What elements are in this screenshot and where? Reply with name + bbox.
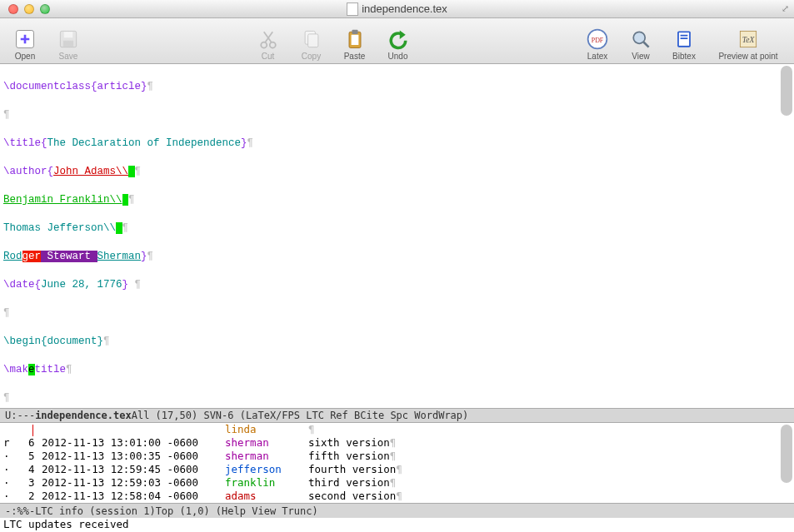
paste-label: Paste <box>344 52 366 61</box>
save-label: Save <box>59 52 78 61</box>
revision-date: 2012-11-13 12:58:04 -0600 <box>42 490 225 503</box>
author-franklin: Benjamin Franklin\\ <box>3 194 122 206</box>
latex-label: Latex <box>587 52 607 61</box>
svg-point-4 <box>261 42 267 48</box>
revision-author: jefferson <box>225 463 308 476</box>
title-text: The Declaration of Independence <box>47 137 242 149</box>
revision-message: third version¶ <box>308 476 791 490</box>
save-button[interactable]: Save <box>52 21 85 61</box>
editor-area[interactable]: \documentclass{article}¶ ¶ \title{The De… <box>0 64 794 408</box>
undo-button[interactable]: Undo <box>382 21 415 61</box>
cut-label: Cut <box>262 52 275 61</box>
revision-row[interactable]: · 42012-11-13 12:59:45 -0600jeffersonfou… <box>3 463 791 476</box>
cut-button[interactable]: Cut <box>252 21 285 61</box>
svg-point-13 <box>633 32 645 43</box>
svg-rect-3 <box>63 41 73 47</box>
modeline-editor: U:--- independence.tex All (17,50) SVN-6… <box>0 408 794 423</box>
scrollbar-vertical[interactable] <box>781 425 792 500</box>
revision-message: fifth version¶ <box>308 450 791 463</box>
echo-message: LTC updates received <box>3 518 129 530</box>
tex-cmd: \title{ <box>3 137 47 149</box>
svg-text:PDF: PDF <box>592 37 604 44</box>
revision-message: sixth version¶ <box>308 436 791 450</box>
revision-author: sherman <box>225 436 308 450</box>
bibtex-label: Bibtex <box>672 52 696 61</box>
tex-cmd: \documentclass{article} <box>3 81 147 92</box>
copy-button[interactable]: Copy <box>295 21 328 61</box>
preview-button[interactable]: TeX Preview at point <box>711 21 786 61</box>
copy-label: Copy <box>302 52 321 61</box>
toolbar: Open Save Cut Copy Paste Undo PDF Latex <box>0 18 794 64</box>
revision-date: 2012-11-13 13:00:35 -0600 <box>42 450 225 463</box>
author-adams: John Adams\\ <box>53 166 128 177</box>
modeline-revisions: -:%%- LTC info (session 1) Top (1,0) (He… <box>0 503 794 518</box>
open-button[interactable]: Open <box>8 21 42 61</box>
revision-date: 2012-11-13 12:59:03 -0600 <box>42 476 225 490</box>
svg-text:TeX: TeX <box>742 35 756 44</box>
revision-message: second version¶ <box>308 490 791 503</box>
revision-author: adams <box>225 490 308 503</box>
revision-row[interactable]: · 22012-11-13 12:58:04 -0600adamssecond … <box>3 490 791 503</box>
titlebar: independence.tex ⤢ <box>0 0 794 18</box>
paste-button[interactable]: Paste <box>338 21 372 61</box>
preview-label: Preview at point <box>718 52 777 61</box>
revision-row[interactable]: r 62012-11-13 13:01:00 -0600shermansixth… <box>3 436 791 450</box>
buffer-name: LTC info (session 1) <box>35 505 156 517</box>
revision-row[interactable]: · 52012-11-13 13:00:35 -0600shermanfifth… <box>3 450 791 463</box>
svg-rect-2 <box>64 32 73 37</box>
tex-cmd: \author{ <box>3 166 53 177</box>
view-label: View <box>632 52 650 61</box>
window-title: independence.tex <box>0 2 794 16</box>
author-jefferson: Thomas Jefferson\\ <box>3 222 116 234</box>
latex-button[interactable]: PDF Latex <box>581 21 614 61</box>
undo-label: Undo <box>388 52 408 61</box>
svg-rect-7 <box>307 34 317 47</box>
revision-row[interactable]: · 32012-11-13 12:59:03 -0600franklinthir… <box>3 476 791 490</box>
scrollbar-vertical[interactable] <box>781 66 792 408</box>
revision-author: sherman <box>225 450 308 463</box>
svg-rect-9 <box>352 30 357 34</box>
bibtex-button[interactable]: Bibtex <box>667 21 701 61</box>
open-label: Open <box>15 52 35 61</box>
expand-icon[interactable]: ⤢ <box>782 3 789 14</box>
view-button[interactable]: View <box>624 21 657 61</box>
cursor-icon <box>32 425 33 436</box>
revision-author: franklin <box>225 476 308 490</box>
revision-date: 2012-11-13 12:59:45 -0600 <box>42 463 225 476</box>
revision-panel[interactable]: linda ¶ r 62012-11-13 13:01:00 -0600sher… <box>0 423 794 503</box>
window-title-text: independence.tex <box>362 2 447 15</box>
echo-area: LTC updates received <box>0 518 794 532</box>
pilcrow-icon: ¶ <box>147 81 154 92</box>
revision-date: 2012-11-13 13:01:00 -0600 <box>42 436 225 450</box>
document-icon <box>347 2 358 16</box>
svg-rect-17 <box>681 37 688 39</box>
pilcrow-icon: ¶ <box>3 109 10 121</box>
revision-message: fourth version¶ <box>308 463 791 476</box>
svg-rect-10 <box>351 35 358 45</box>
svg-rect-16 <box>681 35 688 37</box>
buffer-name: independence.tex <box>35 410 132 421</box>
svg-point-5 <box>269 42 275 48</box>
revision-head: linda ¶ <box>3 423 791 436</box>
